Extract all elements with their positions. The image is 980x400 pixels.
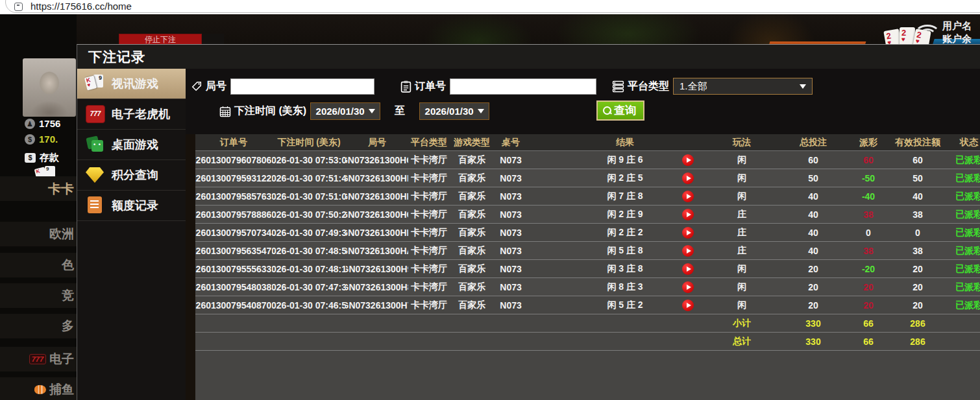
filter-row-1: 局号 订单号 平台类型 1.全部 [191, 78, 813, 95]
col-header-table-no: 桌号 [494, 134, 528, 150]
subtotal-row: 小计 330 66 286 [195, 314, 980, 333]
balance-row: $ 170. [25, 134, 58, 145]
order-number-label: 订单号 [415, 80, 446, 93]
table-game-icon [86, 135, 105, 154]
sidebar-item-3[interactable]: 竞 [0, 283, 77, 308]
modal-menu: 9 K♥ 视讯游戏 777 电子老虎机 桌面游戏 积分查询 额度记录 [77, 69, 186, 400]
tab-credit-records[interactable]: 额度记录 [77, 191, 186, 221]
replay-button[interactable] [682, 245, 694, 257]
bet-time-label: 下注时间 (美东) [234, 104, 306, 118]
replay-button[interactable] [682, 209, 694, 220]
col-header-round: 局号 [346, 134, 408, 150]
table-row: 260130079570734 2026-01-30 07:49:35 GN07… [195, 224, 980, 242]
table-row: 260130079607806 2026-01-30 07:53:05 GN07… [195, 151, 980, 169]
replay-button[interactable] [682, 191, 694, 202]
chevron-down-icon [369, 109, 375, 113]
subtotal-bet: 330 [781, 314, 846, 332]
table-row: 260130079555633 2026-01-30 07:48:13 GN07… [195, 260, 980, 278]
total-valid: 286 [891, 333, 944, 350]
platform-type-select[interactable]: 1.全部 [673, 78, 813, 95]
replay-button[interactable] [682, 263, 694, 275]
tab-live-games[interactable]: 9 K♥ 视讯游戏 [77, 69, 186, 99]
replay-button[interactable] [682, 172, 694, 184]
bet-records-table: 订单号 下注时间 (美东) 局号 平台类型 游戏类型 桌号 结果 玩法 总投注 … [195, 134, 980, 400]
status-badge: 已派彩 [944, 206, 980, 223]
url-text: https://175616.cc/home [31, 1, 132, 12]
sidebar-item-fishing[interactable]: 捕鱼 [0, 377, 77, 400]
table-row: 260130079578886 2026-01-30 07:50:22 GN07… [195, 206, 980, 224]
replay-button[interactable] [682, 227, 694, 239]
status-badge: 已派彩 [944, 224, 980, 241]
screen: https://175616.cc/home PLAYACE 停止下注 开牌中 … [0, 0, 980, 400]
result-cell: 闲 5 庄 8 [547, 242, 703, 259]
tab-slots[interactable]: 777 电子老虎机 [77, 99, 186, 130]
col-header-play: 玩法 [703, 134, 781, 150]
page-icon [14, 3, 23, 11]
result-cell: 闲 7 庄 8 [547, 187, 703, 205]
table-left-gutter [186, 134, 195, 400]
result-cell: 闲 2 庄 5 [547, 169, 703, 187]
sidebar-item-1[interactable]: 欧洲 [0, 222, 77, 246]
status-badge: 已派彩 [944, 242, 980, 259]
result-cell: 闲 8 庄 3 [547, 278, 703, 296]
status-badge: 已派彩 [944, 187, 980, 205]
col-header-time: 下注时间 (美东) [272, 134, 346, 150]
subtotal-label: 小计 [703, 314, 781, 332]
replay-button[interactable] [682, 281, 694, 293]
avatar[interactable] [23, 58, 76, 117]
tab-label: 视讯游戏 [112, 76, 158, 91]
platform-icon [612, 80, 624, 93]
status-badge: 已派彩 [944, 260, 980, 277]
date-from-select[interactable]: 2026/01/30 [310, 102, 380, 120]
sidebar-item-slots[interactable]: 777 电子 [0, 347, 77, 371]
deposit-button[interactable]: $ 存款 [25, 152, 59, 164]
platform-type-label: 平台类型 [628, 80, 669, 93]
chevron-down-icon [800, 84, 806, 89]
replay-button[interactable] [682, 300, 694, 311]
modal-content: 局号 订单号 平台类型 1.全部 [186, 69, 980, 400]
table-empty-area [195, 351, 980, 400]
result-cell: 闲 5 庄 2 [547, 296, 703, 314]
date-to-select[interactable]: 2026/01/30 [419, 102, 489, 120]
modal-title: 下注记录 [77, 45, 980, 69]
col-header-game: 游戏类型 [450, 134, 494, 150]
table-row: 260130079563547 2026-01-30 07:48:58 GN07… [195, 242, 980, 260]
date-to-value: 2026/01/30 [425, 106, 474, 117]
replay-button[interactable] [682, 154, 694, 166]
playing-cards-icon: 9 K♥ [86, 75, 105, 93]
order-number-input[interactable] [450, 78, 596, 95]
betting-records-modal: 下注记录 9 K♥ 视讯游戏 777 电子老虎机 桌面游戏 积分查询 [77, 44, 980, 400]
search-button[interactable]: 查询 [596, 100, 644, 121]
total-row: 总计 330 66 286 [195, 333, 980, 351]
document-icon [86, 196, 105, 215]
platform-type-value: 1.全部 [680, 80, 707, 93]
sidebar-item-4[interactable]: 多 [0, 314, 77, 338]
table-row: 260130079593122 2026-01-30 07:51:42 GN07… [195, 169, 980, 187]
browser-address-bar[interactable]: https://175616.cc/home [0, 0, 980, 14]
round-number-label: 局号 [206, 80, 227, 93]
table-header-row: 订单号 下注时间 (美东) 局号 平台类型 游戏类型 桌号 结果 玩法 总投注 … [195, 134, 980, 151]
total-bet: 330 [781, 333, 846, 350]
col-header-order: 订单号 [195, 134, 272, 150]
filter-row-2: 下注时间 (美东) 2026/01/30 至 2026/01/30 [219, 102, 489, 120]
tab-table-games[interactable]: 桌面游戏 [77, 130, 186, 160]
status-badge: 已派彩 [944, 151, 980, 169]
moneybag-icon: $ [25, 134, 35, 145]
status-badge: 已派彩 [944, 278, 980, 296]
sidebar-item-2[interactable]: 色 [0, 253, 77, 277]
round-number-input[interactable] [230, 78, 374, 95]
total-label: 总计 [703, 333, 781, 350]
person-icon: ♟ [25, 119, 35, 129]
tab-label: 积分查询 [112, 167, 158, 183]
result-cell: 闲 2 庄 2 [547, 224, 703, 241]
clownfish-icon [34, 385, 46, 394]
tab-label: 电子老虎机 [112, 106, 170, 122]
tab-label: 额度记录 [112, 198, 158, 213]
chevron-down-icon [478, 109, 484, 113]
deposit-icon: $ [25, 153, 36, 163]
subtotal-payout: 66 [846, 314, 891, 332]
calendar-icon [219, 106, 231, 117]
sidebar-item-current-hall[interactable]: 卡卡 [0, 176, 77, 201]
total-payout: 66 [846, 333, 891, 350]
tab-points-inquiry[interactable]: 积分查询 [77, 160, 186, 191]
